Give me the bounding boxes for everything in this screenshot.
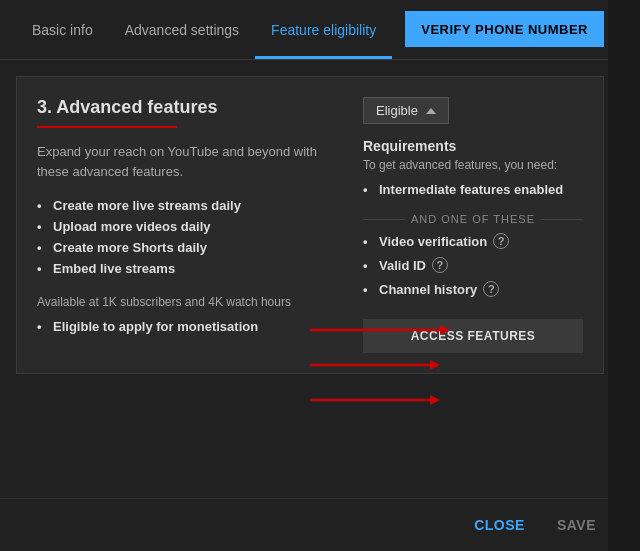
- help-icon-valid-id[interactable]: ?: [432, 257, 448, 273]
- card-description: Expand your reach on YouTube and beyond …: [37, 142, 343, 181]
- content-area: 3. Advanced features Expand your reach o…: [0, 60, 620, 498]
- requirements-desc: To get advanced features, you need:: [363, 158, 583, 172]
- card-title-underline: [37, 126, 177, 128]
- left-section: 3. Advanced features Expand your reach o…: [37, 97, 343, 353]
- eligible-badge[interactable]: Eligible: [363, 97, 449, 124]
- card-title: 3. Advanced features: [37, 97, 343, 118]
- availability-text: Available at 1K subscribers and 4K watch…: [37, 295, 343, 309]
- monetisation-item: Eligible to apply for monetisation: [37, 319, 343, 334]
- tabs-bar: Basic info Advanced settings Feature eli…: [0, 0, 620, 60]
- list-item: Create more live streams daily: [37, 195, 343, 216]
- requirements-title: Requirements: [363, 138, 583, 154]
- list-item: Upload more videos daily: [37, 216, 343, 237]
- save-button[interactable]: SAVE: [549, 511, 604, 539]
- eligible-header: Eligible: [363, 97, 583, 124]
- list-item: Embed live streams: [37, 258, 343, 279]
- advanced-features-card: 3. Advanced features Expand your reach o…: [16, 76, 604, 374]
- dialog-footer: CLOSE SAVE: [0, 498, 620, 551]
- req-item-valid-id: Valid ID ?: [363, 257, 583, 273]
- tab-feature-eligibility[interactable]: Feature eligibility: [255, 0, 392, 59]
- req-item-video-verification: Video verification ?: [363, 233, 583, 249]
- req-item-intermediate: Intermediate features enabled: [363, 182, 583, 197]
- side-content: [608, 0, 640, 551]
- tab-basic-info[interactable]: Basic info: [16, 0, 109, 59]
- right-section: Eligible Requirements To get advanced fe…: [363, 97, 583, 353]
- chevron-up-icon: [426, 108, 436, 114]
- help-icon-channel-history[interactable]: ?: [483, 281, 499, 297]
- list-item: Create more Shorts daily: [37, 237, 343, 258]
- help-icon-video[interactable]: ?: [493, 233, 509, 249]
- features-list: Create more live streams daily Upload mo…: [37, 195, 343, 279]
- tab-advanced-settings[interactable]: Advanced settings: [109, 0, 255, 59]
- and-one-of-divider: AND ONE OF THESE: [363, 213, 583, 225]
- verify-phone-button[interactable]: VERIFY PHONE NUMBER: [405, 11, 604, 47]
- access-features-button[interactable]: ACCESS FEATURES: [363, 319, 583, 353]
- close-button[interactable]: CLOSE: [466, 511, 533, 539]
- req-item-channel-history: Channel history ?: [363, 281, 583, 297]
